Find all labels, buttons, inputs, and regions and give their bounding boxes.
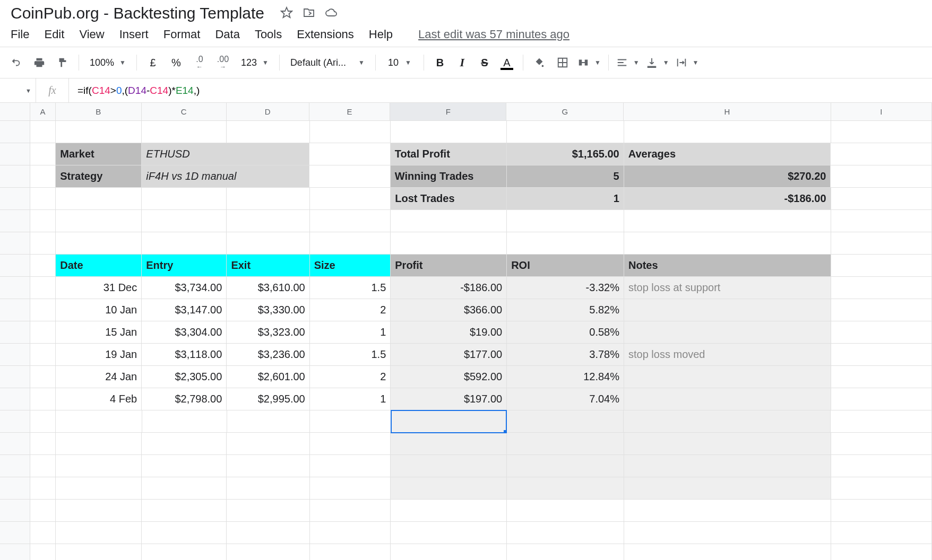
cell[interactable]	[227, 455, 309, 477]
th-exit[interactable]: Exit	[227, 255, 309, 277]
cell[interactable]	[391, 455, 507, 477]
number-format-dropdown[interactable]: 123 ▼	[236, 57, 274, 68]
cell[interactable]	[30, 522, 56, 544]
cell[interactable]	[310, 210, 391, 232]
cell-roi[interactable]: -3.32%	[507, 277, 624, 299]
star-icon[interactable]	[280, 6, 293, 21]
row-header[interactable]	[0, 277, 30, 299]
cell[interactable]	[507, 433, 624, 455]
cell-notes[interactable]	[624, 388, 831, 410]
cell[interactable]	[391, 121, 507, 143]
cell-profit[interactable]: $177.00	[391, 344, 507, 366]
row-header[interactable]	[0, 388, 30, 410]
zoom-dropdown[interactable]: 100% ▼	[84, 57, 131, 68]
cell-roi[interactable]: 12.84%	[507, 366, 624, 388]
cell[interactable]	[227, 410, 310, 433]
label-averages[interactable]: Averages	[624, 143, 831, 165]
cell[interactable]	[227, 232, 309, 255]
cell[interactable]	[507, 500, 624, 522]
label-total-profit[interactable]: Total Profit	[391, 143, 507, 165]
th-entry[interactable]: Entry	[142, 255, 227, 277]
borders-button[interactable]	[552, 52, 573, 73]
menu-view[interactable]: View	[79, 28, 104, 41]
cell-notes[interactable]	[624, 299, 831, 321]
menu-extensions[interactable]: Extensions	[297, 28, 354, 41]
value-market[interactable]: ETHUSD	[142, 143, 309, 165]
cloud-status-icon[interactable]	[325, 6, 338, 21]
cell[interactable]	[30, 500, 56, 522]
cell-notes[interactable]: stop loss moved	[624, 344, 831, 366]
row-header[interactable]	[0, 255, 30, 277]
cell[interactable]	[831, 455, 932, 477]
cell[interactable]	[624, 433, 831, 455]
row-header[interactable]	[0, 232, 30, 255]
cell[interactable]	[310, 544, 391, 560]
label-lost[interactable]: Lost Trades	[391, 188, 507, 210]
cell-profit[interactable]: $197.00	[391, 388, 507, 410]
cell[interactable]	[624, 232, 831, 255]
cell-size[interactable]: 2	[310, 366, 391, 388]
cell[interactable]	[831, 477, 932, 500]
menu-file[interactable]: File	[11, 28, 29, 41]
cell[interactable]	[227, 477, 309, 500]
cell[interactable]	[831, 321, 932, 344]
cell-profit[interactable]: $592.00	[391, 366, 507, 388]
cell[interactable]	[831, 299, 932, 321]
cell[interactable]	[30, 277, 56, 299]
cell-date[interactable]: 10 Jan	[56, 299, 142, 321]
cell[interactable]	[56, 522, 142, 544]
font-size-dropdown[interactable]: 10 ▼	[381, 57, 418, 68]
cell[interactable]	[624, 522, 831, 544]
cell[interactable]	[624, 477, 831, 500]
cell[interactable]	[142, 477, 227, 500]
menu-data[interactable]: Data	[215, 28, 239, 41]
font-family-dropdown[interactable]: Default (Ari... ▼	[285, 57, 370, 68]
cell[interactable]	[227, 210, 309, 232]
menu-tools[interactable]: Tools	[255, 28, 282, 41]
active-cell[interactable]	[391, 410, 507, 433]
cell[interactable]	[309, 143, 391, 165]
increase-decimal-button[interactable]: .00 →	[212, 52, 234, 73]
cell[interactable]	[831, 277, 932, 299]
cell[interactable]	[142, 232, 227, 255]
cell[interactable]	[142, 500, 227, 522]
cell[interactable]	[142, 210, 227, 232]
cell-profit[interactable]: -$186.00	[391, 277, 507, 299]
cell[interactable]	[56, 500, 142, 522]
vertical-align-dropdown[interactable]: ▼	[644, 57, 671, 68]
cell[interactable]	[310, 188, 391, 210]
cell[interactable]	[30, 143, 56, 165]
cell-size[interactable]: 1.5	[310, 277, 391, 299]
cell-size[interactable]: 1	[310, 388, 391, 410]
cell-entry[interactable]: $3,734.00	[142, 277, 227, 299]
cell[interactable]	[391, 522, 507, 544]
currency-button[interactable]: £	[142, 52, 163, 73]
cell[interactable]	[310, 410, 391, 433]
row-header[interactable]	[0, 143, 30, 165]
cell[interactable]	[56, 455, 142, 477]
cell[interactable]	[309, 165, 391, 188]
cell-exit[interactable]: $2,601.00	[227, 366, 309, 388]
cell[interactable]	[30, 321, 56, 344]
cell[interactable]	[624, 121, 831, 143]
th-notes[interactable]: Notes	[624, 255, 831, 277]
cell[interactable]	[507, 477, 624, 500]
cell[interactable]	[142, 410, 227, 433]
cell-entry[interactable]: $3,118.00	[142, 344, 227, 366]
label-market[interactable]: Market	[56, 143, 142, 165]
row-header[interactable]	[0, 455, 30, 477]
cell[interactable]	[831, 433, 932, 455]
value-lost-count[interactable]: 1	[507, 188, 624, 210]
cell-date[interactable]: 24 Jan	[56, 366, 142, 388]
cell[interactable]	[30, 477, 56, 500]
horizontal-align-dropdown[interactable]: ▼	[614, 57, 642, 68]
cell[interactable]	[30, 344, 56, 366]
cell[interactable]	[30, 299, 56, 321]
menu-edit[interactable]: Edit	[44, 28, 64, 41]
cell[interactable]	[30, 121, 56, 143]
cell[interactable]	[831, 544, 932, 560]
cell[interactable]	[507, 210, 624, 232]
value-lost-avg[interactable]: -$186.00	[624, 188, 831, 210]
cell[interactable]	[831, 121, 932, 143]
percent-button[interactable]: %	[166, 52, 187, 73]
